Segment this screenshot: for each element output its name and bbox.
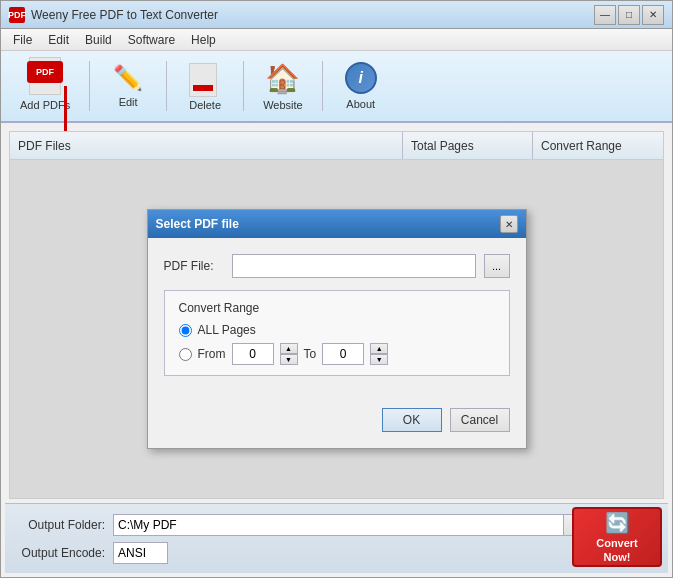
- close-button[interactable]: ✕: [642, 5, 664, 25]
- separator-4: [322, 61, 323, 111]
- output-folder-row: Output Folder: ...: [15, 514, 658, 536]
- output-folder-input[interactable]: [113, 514, 608, 536]
- convert-range-title: Convert Range: [179, 301, 495, 315]
- output-encode-select[interactable]: ANSI UTF-8 Unicode: [113, 542, 168, 564]
- from-radio[interactable]: [179, 348, 192, 361]
- output-encode-row: Output Encode: ANSI UTF-8 Unicode ▼: [15, 542, 658, 564]
- house-icon: 🏠: [265, 62, 300, 95]
- pdf-file-input[interactable]: [232, 254, 476, 278]
- website-button[interactable]: 🏠 Website: [252, 56, 314, 116]
- pdf-file-label: PDF File:: [164, 259, 224, 273]
- convert-btn-line1: Convert: [596, 537, 638, 549]
- table-header: PDF Files Total Pages Convert Range: [10, 132, 663, 160]
- separator-1: [89, 61, 90, 111]
- convert-now-button[interactable]: 🔄 Convert Now!: [572, 507, 662, 567]
- bottom-bar: Output Folder: ... Output Encode: ANSI U…: [5, 503, 668, 573]
- modal-title-bar: Select PDF file ✕: [148, 210, 526, 238]
- main-content: PDF Files Total Pages Convert Range Sele…: [9, 131, 664, 499]
- pdf-file-browse-button[interactable]: ...: [484, 254, 510, 278]
- from-value-input[interactable]: [232, 343, 274, 365]
- toolbar: PDF Add PDFs ✏️ Edit Delete: [1, 51, 672, 123]
- output-encode-wrapper: ANSI UTF-8 Unicode ▼: [113, 542, 608, 564]
- to-label: To: [304, 347, 317, 361]
- delete-page-body: [189, 63, 217, 97]
- separator-3: [243, 61, 244, 111]
- minimize-button[interactable]: —: [594, 5, 616, 25]
- menu-help[interactable]: Help: [183, 31, 224, 49]
- modal-body: PDF File: ... Convert Range ALL P: [148, 238, 526, 408]
- modal-title: Select PDF file: [156, 217, 239, 231]
- col-total-pages: Total Pages: [403, 132, 533, 159]
- menu-file[interactable]: File: [5, 31, 40, 49]
- add-pdfs-section: PDF Add PDFs: [9, 56, 81, 116]
- select-pdf-dialog: Select PDF file ✕ PDF File: ...: [147, 209, 527, 449]
- separator-2: [166, 61, 167, 111]
- pencil-icon: ✏️: [113, 64, 143, 92]
- to-value-input[interactable]: [322, 343, 364, 365]
- menu-edit[interactable]: Edit: [40, 31, 77, 49]
- delete-button[interactable]: Delete: [175, 56, 235, 116]
- title-bar: PDF Weeny Free PDF to Text Converter — □…: [1, 1, 672, 29]
- edit-button[interactable]: ✏️ Edit: [98, 56, 158, 116]
- delete-red-bar: [193, 85, 213, 91]
- to-spin-up[interactable]: ▲: [370, 343, 388, 354]
- output-encode-label: Output Encode:: [15, 546, 105, 560]
- info-icon: i: [345, 62, 377, 94]
- output-folder-label: Output Folder:: [15, 518, 105, 532]
- edit-label: Edit: [119, 96, 138, 108]
- from-spin-up[interactable]: ▲: [280, 343, 298, 354]
- about-button[interactable]: i About: [331, 56, 391, 116]
- pdf-icon-label: PDF: [27, 61, 63, 83]
- about-label: About: [346, 98, 375, 110]
- to-spin-down[interactable]: ▼: [370, 354, 388, 365]
- app-icon: PDF: [9, 7, 25, 23]
- delete-label: Delete: [189, 99, 221, 111]
- menu-software[interactable]: Software: [120, 31, 183, 49]
- from-spinners: ▲ ▼: [280, 343, 298, 365]
- delete-icon: [189, 61, 221, 95]
- pdf-file-row: PDF File: ...: [164, 254, 510, 278]
- menu-bar: File Edit Build Software Help: [1, 29, 672, 51]
- website-label: Website: [263, 99, 303, 111]
- table-body: Select PDF file ✕ PDF File: ...: [10, 160, 663, 498]
- all-pages-label: ALL Pages: [198, 323, 256, 337]
- maximize-button[interactable]: □: [618, 5, 640, 25]
- modal-close-button[interactable]: ✕: [500, 215, 518, 233]
- title-controls: — □ ✕: [594, 5, 664, 25]
- window-title: Weeny Free PDF to Text Converter: [31, 8, 218, 22]
- modal-footer: OK Cancel: [148, 408, 526, 448]
- title-bar-left: PDF Weeny Free PDF to Text Converter: [9, 7, 218, 23]
- cancel-button[interactable]: Cancel: [450, 408, 510, 432]
- convert-range-section: Convert Range ALL Pages From: [164, 290, 510, 376]
- to-spinners: ▲ ▼: [370, 343, 388, 365]
- col-convert-range: Convert Range: [533, 132, 663, 159]
- col-pdf-files: PDF Files: [10, 132, 403, 159]
- ok-button[interactable]: OK: [382, 408, 442, 432]
- from-spin-down[interactable]: ▼: [280, 354, 298, 365]
- modal-overlay: Select PDF file ✕ PDF File: ...: [10, 160, 663, 498]
- main-window: PDF Weeny Free PDF to Text Converter — □…: [0, 0, 673, 578]
- from-label: From: [198, 347, 226, 361]
- menu-build[interactable]: Build: [77, 31, 120, 49]
- convert-btn-line2: Now!: [604, 551, 631, 563]
- all-pages-row: ALL Pages: [179, 323, 495, 337]
- convert-icon: 🔄: [605, 511, 630, 535]
- all-pages-radio[interactable]: [179, 324, 192, 337]
- from-to-row: From ▲ ▼ To ▲: [179, 343, 495, 365]
